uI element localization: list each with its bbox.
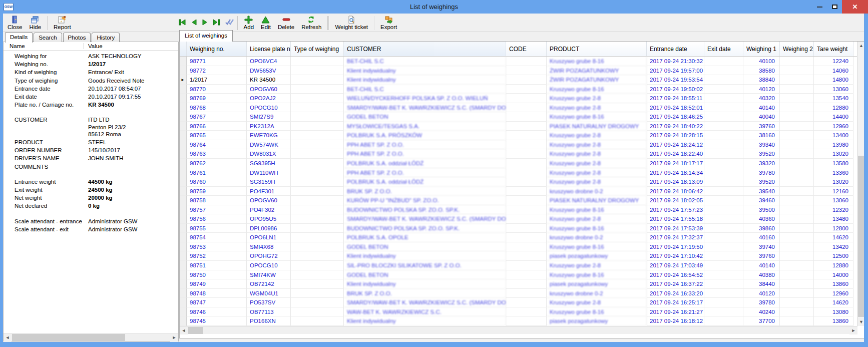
cell-license-plate-no[interactable]: PO4F301 <box>247 187 291 196</box>
cell-weighing-2[interactable] <box>780 196 814 205</box>
cell-exit-date[interactable] <box>704 289 743 298</box>
cell-type-of-weighing[interactable] <box>291 261 344 270</box>
cell-license-plate-no[interactable]: OPO6VC4 <box>247 57 291 66</box>
table-row[interactable]: 98754OPO6LN1POLBRUK S.A. OPOLEkruszywo d… <box>180 233 864 242</box>
detail-row[interactable]: CUSTOMERITD LTDPenton Pl 23/285612 Roma <box>4 116 178 138</box>
cell-customer[interactable]: BUDOWNICTWO POLSKA SP. ZO.O. SP.K. <box>344 205 506 215</box>
cell-weighing-1[interactable]: 39860 <box>743 224 780 233</box>
table-row[interactable]: 98764DW574WKPPH ABET SP. Z O.O.Kruszywo … <box>180 140 864 150</box>
table-row[interactable]: 98749OB72142Klient indywidualnypiasek po… <box>180 279 864 289</box>
cell-exit-date[interactable] <box>704 251 743 261</box>
cell-weighing-2[interactable] <box>780 233 814 242</box>
cell-weighing-2[interactable] <box>780 251 814 261</box>
cell-license-plate-no[interactable]: PO166XN <box>247 316 291 326</box>
cell-weighing-2[interactable] <box>780 316 814 326</box>
cell-exit-date[interactable] <box>704 75 743 85</box>
cell-type-of-weighing[interactable] <box>291 251 344 261</box>
close-window-button[interactable]: ✕ <box>842 0 868 14</box>
cell-weighing-1[interactable]: 38580 <box>743 66 780 76</box>
tab-details[interactable]: Details <box>5 32 33 43</box>
cell-type-of-weighing[interactable] <box>291 112 344 122</box>
cell-weighing-no[interactable]: 98758 <box>187 196 247 205</box>
cell-code[interactable] <box>506 289 547 298</box>
previous-record-button[interactable] <box>191 19 197 26</box>
vertical-scrollbar[interactable]: ▲ ▼ <box>857 42 864 326</box>
detail-row[interactable]: COMMENTS <box>4 163 178 171</box>
cell-type-of-weighing[interactable] <box>291 94 344 103</box>
cell-entrance-date[interactable]: 2017 09-24 19:57:00 <box>647 66 704 76</box>
cell-tare-weight[interactable]: 13480 <box>814 214 853 224</box>
cell-weighing-no[interactable]: 98768 <box>187 103 247 113</box>
cell-code[interactable] <box>506 149 547 159</box>
cell-weighing-no[interactable]: 1/2017 <box>187 75 247 85</box>
cell-weighing-no[interactable]: 98769 <box>187 94 247 103</box>
cell-product[interactable]: PIASEK NATURALNY DROGOWY <box>547 122 647 131</box>
table-row[interactable]: 98756OPO95U5SMARDY/WAW-BET K. WAWRZKIEWI… <box>180 214 864 224</box>
cell-weighing-no[interactable]: 98749 <box>187 279 247 289</box>
detail-row[interactable]: Scale attendant - exitAdministrator GSW <box>4 225 178 233</box>
table-row[interactable]: 98753SMI4X68GODEL BETONKruszywo grube 8-… <box>180 242 864 252</box>
cell-license-plate-no[interactable]: SMI74KW <box>247 270 291 280</box>
cell-license-plate-no[interactable]: SMI27S9 <box>247 112 291 122</box>
cell-weighing-2[interactable] <box>780 168 814 178</box>
cell-weighing-2[interactable] <box>780 242 814 252</box>
cell-weighing-2[interactable] <box>780 214 814 224</box>
cell-weighing-1[interactable]: 39520 <box>743 177 780 187</box>
cell-customer[interactable]: Klient indywidualny <box>344 66 506 76</box>
table-row-selected[interactable]: ►1/2017KR 34500Klient indywidualnyŻWIR P… <box>180 75 864 85</box>
cell-weighing-no[interactable]: 98755 <box>187 224 247 233</box>
cell-exit-date[interactable] <box>704 196 743 205</box>
column-header-code[interactable]: CODE <box>506 42 547 56</box>
cell-tare-weight[interactable]: 14000 <box>814 270 853 280</box>
cell-customer[interactable]: SMARDY/WAW-BET K. WAWRZKIEWICZ S.C. (SMA… <box>344 214 506 224</box>
cell-weighing-1[interactable]: 40160 <box>743 233 780 242</box>
table-row[interactable]: 98750SMI74KWGODEL BETONKruszywo grube 8-… <box>180 270 864 280</box>
cell-product[interactable]: Kruszywo grube 2-8 <box>547 261 647 270</box>
cell-product[interactable]: ŻWIR POZAGATUNKOWY <box>547 66 647 76</box>
column-header-weighing-1[interactable]: Weighing 1 <box>743 42 780 56</box>
cell-product[interactable]: Kruszywo grube 8-16 <box>547 112 647 122</box>
cell-weighing-no[interactable]: 98770 <box>187 85 247 94</box>
cell-license-plate-no[interactable]: SMI4X68 <box>247 242 291 252</box>
cell-license-plate-no[interactable]: OB77113 <box>247 307 291 317</box>
cell-tare-weight[interactable]: 13860 <box>814 279 853 289</box>
cell-weighing-2[interactable] <box>780 112 814 122</box>
cell-product[interactable]: Kruszywo grube 8-16 <box>547 242 647 252</box>
cell-customer[interactable]: PPH ABET SP. Z O.O. <box>344 168 506 178</box>
cell-license-plate-no[interactable]: OPOCG10 <box>247 261 291 270</box>
cell-product[interactable]: piasek pozagatunkowy <box>547 279 647 289</box>
cell-weighing-1[interactable]: 39740 <box>743 242 780 252</box>
cell-license-plate-no[interactable]: OPOCG10 <box>247 103 291 113</box>
cell-tare-weight[interactable]: 13060 <box>814 85 853 94</box>
cell-entrance-date[interactable]: 2017 09-24 16:33:20 <box>647 289 704 298</box>
detail-row[interactable]: Entrance weight44500 kg <box>4 178 178 186</box>
cell-exit-date[interactable] <box>704 242 743 252</box>
cell-product[interactable]: kruszywo drobne 0-2 <box>547 289 647 298</box>
cell-code[interactable] <box>506 131 547 140</box>
cell-product[interactable]: Kruszywo grube 8-16 <box>547 205 647 215</box>
cell-customer[interactable]: BRUK SP. Z O.O. <box>344 187 506 196</box>
cell-type-of-weighing[interactable] <box>291 307 344 317</box>
cell-weighing-no[interactable]: 98751 <box>187 261 247 270</box>
last-record-button[interactable] <box>213 19 220 26</box>
cell-customer[interactable]: GODEL BETON <box>344 270 506 280</box>
cell-product[interactable]: Kruszywo grube 2-8 <box>547 298 647 307</box>
cell-weighing-1[interactable]: 40240 <box>743 307 780 317</box>
cell-type-of-weighing[interactable] <box>291 131 344 140</box>
cell-weighing-1[interactable]: 40360 <box>743 214 780 224</box>
cell-type-of-weighing[interactable] <box>291 140 344 150</box>
detail-row[interactable]: Plate no. / Carriage no.KR 34500 <box>4 101 178 109</box>
cell-weighing-1[interactable]: 40380 <box>743 270 780 280</box>
table-row[interactable]: 98746OB77113WAW-BET K. WAWRZKIEWICZ S.C.… <box>180 307 864 317</box>
detail-row[interactable]: DRIVER'S NAMEJOHN SMITH <box>4 154 178 162</box>
cell-code[interactable] <box>506 307 547 317</box>
cell-weighing-2[interactable] <box>780 298 814 307</box>
detail-row[interactable]: PRODUCTSTEEL <box>4 138 178 146</box>
scroll-left-arrow-icon[interactable]: ◄ <box>180 326 188 334</box>
cell-weighing-no[interactable]: 98747 <box>187 298 247 307</box>
cell-product[interactable]: Kruszywo grube 2-8 <box>547 214 647 224</box>
cell-code[interactable] <box>506 75 547 85</box>
cell-product[interactable]: Kruszywo grube 2-8 <box>547 168 647 178</box>
cell-entrance-date[interactable]: 2017 09-24 16:25:17 <box>647 298 704 307</box>
cell-license-plate-no[interactable]: OPOGV60 <box>247 196 291 205</box>
